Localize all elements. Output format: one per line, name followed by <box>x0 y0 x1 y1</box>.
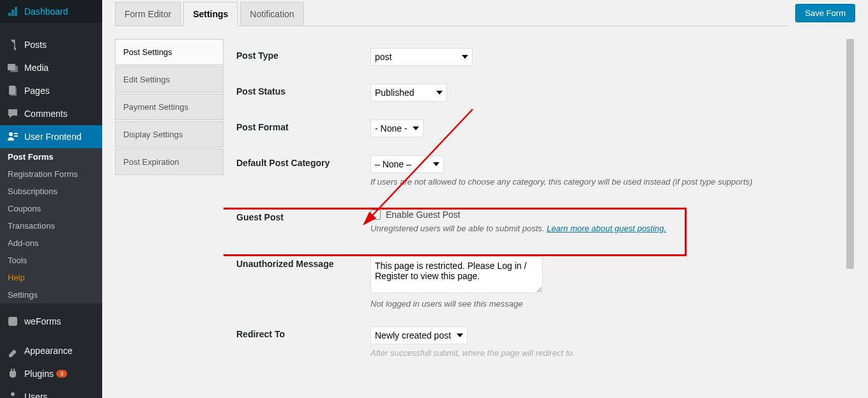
menu-label: Plugins <box>24 369 54 379</box>
menu-label: Comments <box>24 109 68 119</box>
menu-plugins[interactable]: Plugins 3 <box>0 362 102 385</box>
dashboard-icon <box>6 5 19 18</box>
submenu-help[interactable]: Help <box>0 269 102 286</box>
plugins-badge: 3 <box>56 370 67 378</box>
svg-rect-5 <box>14 133 18 134</box>
select-default-category[interactable]: – None – <box>370 155 444 173</box>
userfront-icon <box>6 130 19 143</box>
menu-label: Posts <box>24 40 47 50</box>
checkbox-label-guest-post[interactable]: Enable Guest Post <box>386 210 461 220</box>
menu-label: Users <box>24 392 48 398</box>
submenu-coupons[interactable]: Coupons <box>0 200 102 217</box>
nav-display-settings[interactable]: Display Settings <box>115 121 224 148</box>
menu-appearance[interactable]: Appearance <box>0 339 102 362</box>
menu-media[interactable]: Media <box>0 56 102 79</box>
menu-label: Appearance <box>24 346 73 356</box>
menu-user-frontend[interactable]: User Frontend <box>0 125 102 148</box>
hint-unauth-message: Not logged in users will see this messag… <box>370 299 855 309</box>
label-default-category: Default Post Category <box>236 155 370 168</box>
menu-dashboard[interactable]: Dashboard <box>0 0 102 23</box>
menu-weforms[interactable]: weForms <box>0 310 102 333</box>
plugins-icon <box>6 367 19 380</box>
tab-form-editor[interactable]: Form Editor <box>115 2 181 26</box>
textarea-unauth-message[interactable] <box>370 256 543 293</box>
menu-label: Pages <box>24 86 50 96</box>
tab-settings[interactable]: Settings <box>183 2 238 26</box>
pages-icon <box>6 84 19 97</box>
menu-posts[interactable]: Posts <box>0 33 102 56</box>
nav-payment-settings[interactable]: Payment Settings <box>115 94 224 120</box>
menu-comments[interactable]: Comments <box>0 102 102 125</box>
svg-rect-3 <box>10 87 17 96</box>
checkbox-enable-guest-post[interactable] <box>370 210 381 220</box>
svg-point-8 <box>11 392 15 396</box>
pin-icon <box>6 38 19 51</box>
menu-label: weForms <box>24 316 61 326</box>
label-unauth-message: Unauthorized Message <box>236 256 370 269</box>
top-tabs: Form Editor Settings Notification <box>115 2 788 26</box>
submenu-tools[interactable]: Tools <box>0 252 102 269</box>
nav-edit-settings[interactable]: Edit Settings <box>115 66 224 93</box>
submenu-add-ons[interactable]: Add-ons <box>0 234 102 252</box>
scrollbar-thumb[interactable] <box>846 39 854 269</box>
svg-rect-7 <box>8 317 17 326</box>
nav-post-settings[interactable]: Post Settings <box>115 39 224 65</box>
menu-users[interactable]: Users <box>0 385 102 398</box>
label-redirect-to: Redirect To <box>236 326 370 339</box>
scrollbar-track[interactable] <box>845 39 855 368</box>
select-post-type[interactable]: post <box>370 48 473 66</box>
submenu-registration-forms[interactable]: Registration Forms <box>0 165 102 183</box>
hint-redirect-to: After successfull submit, where the page… <box>370 348 855 358</box>
hint-guest-post: Unregistered users will be able to submi… <box>370 224 855 233</box>
label-guest-post: Guest Post <box>236 210 370 222</box>
main-content: Form Editor Settings Notification Save F… <box>102 0 868 398</box>
users-icon <box>6 390 19 398</box>
save-form-button[interactable]: Save Form <box>795 4 855 22</box>
label-post-status: Post Status <box>236 84 370 96</box>
submenu-user-frontend: Post Forms Registration Forms Subscripti… <box>0 148 102 303</box>
label-post-type: Post Type <box>236 48 370 61</box>
select-redirect-to[interactable]: Newly created post <box>370 326 468 344</box>
weforms-icon <box>6 315 19 328</box>
svg-rect-6 <box>14 135 18 137</box>
appearance-icon <box>6 344 19 357</box>
select-post-format[interactable]: - None - <box>370 119 423 137</box>
menu-label: Media <box>24 63 49 73</box>
select-post-status[interactable]: Published <box>370 84 447 102</box>
submenu-transactions[interactable]: Transactions <box>0 217 102 234</box>
svg-point-4 <box>9 132 13 136</box>
label-post-format: Post Format <box>236 119 370 132</box>
media-icon <box>6 61 19 74</box>
settings-content: Post Type post Post Status Published Pos… <box>224 39 855 368</box>
submenu-settings[interactable]: Settings <box>0 286 102 303</box>
settings-nav: Post Settings Edit Settings Payment Sett… <box>115 39 224 368</box>
hint-default-category: If users are not allowed to choose any c… <box>370 177 855 187</box>
admin-sidebar: Dashboard Posts Media Pages Comments Use… <box>0 0 102 398</box>
menu-label: User Frontend <box>24 132 81 142</box>
submenu-post-forms[interactable]: Post Forms <box>0 148 102 165</box>
svg-rect-1 <box>10 66 18 72</box>
menu-pages[interactable]: Pages <box>0 79 102 102</box>
submenu-subscriptions[interactable]: Subscriptions <box>0 183 102 200</box>
comments-icon <box>6 107 19 120</box>
tab-notification[interactable]: Notification <box>240 2 303 26</box>
menu-label: Dashboard <box>24 6 68 17</box>
link-learn-more-guest[interactable]: Learn more about guest posting. <box>547 224 666 233</box>
nav-post-expiration[interactable]: Post Expiration <box>115 149 224 175</box>
